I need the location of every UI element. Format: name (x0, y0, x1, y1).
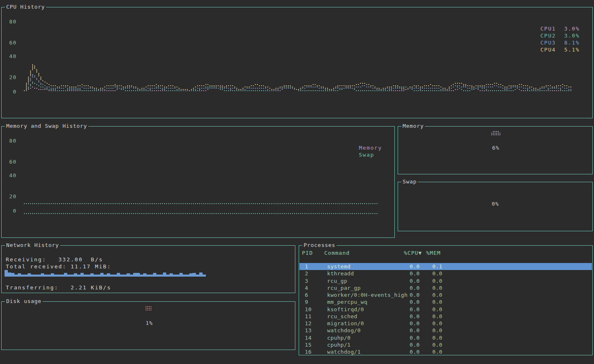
cpu-history-panel: CPU History 806040200 CPU13.0%CPU23.0%CP… (1, 7, 593, 118)
network-receiving-bar (130, 275, 133, 277)
legend-item-cpu1: CPU13.0% (540, 26, 580, 33)
table-row[interactable]: 6kworker/0:0H-events_high0.00.0 (299, 291, 592, 298)
process-mem: 0.0 (432, 278, 442, 284)
process-pid: 3 (305, 278, 308, 284)
network-receiving-bar (107, 273, 110, 277)
memory-gauge-panel: Memory 6% (398, 126, 593, 174)
y-tick-label: 0 (6, 208, 16, 214)
table-row[interactable]: 15cpuhp/10.00.0 (299, 341, 592, 348)
table-row[interactable]: 14cpuhp/00.00.0 (299, 334, 592, 341)
disk-gauge-icon (146, 306, 152, 312)
y-tick-label: 80 (6, 138, 16, 144)
network-receiving-bar (41, 273, 44, 277)
memory-swap-chart (24, 127, 378, 238)
network-receiving-bar (153, 273, 156, 277)
network-receiving-bar (74, 273, 77, 277)
table-row[interactable]: 16watchdog/10.00.0 (299, 348, 592, 355)
table-row[interactable]: 11rcu_sched0.00.0 (299, 313, 592, 320)
network-receiving-bar (156, 275, 160, 277)
y-tick-label: 60 (6, 40, 16, 46)
y-tick-label: 40 (6, 172, 16, 178)
process-mem: 0.0 (432, 292, 442, 298)
network-receiving-bar (57, 275, 61, 277)
disk-usage-title: Disk usage (5, 298, 42, 304)
network-receiving-bar (5, 270, 8, 277)
process-mem: 0.0 (432, 306, 442, 312)
legend-label: CPU1 (540, 26, 556, 32)
network-receiving-bar (133, 273, 137, 277)
network-chart (5, 270, 206, 277)
memory-swap-history-panel: Memory and Swap History 806040200 Memory… (1, 126, 395, 238)
swap-gauge-title: Swap (401, 178, 418, 185)
network-receiving-bar (38, 275, 41, 277)
process-command: watchdog/0 (327, 327, 361, 333)
y-tick-label: 0 (6, 89, 16, 95)
process-cpu: 0.0 (410, 335, 420, 341)
network-receiving-bar (8, 272, 11, 277)
table-row[interactable]: 1systemd0.00.1 (299, 263, 592, 270)
legend-item-cpu2: CPU23.0% (540, 33, 580, 40)
table-row[interactable]: 2kthreadd0.00.0 (299, 270, 592, 277)
cpu-legend: CPU13.0%CPU23.0%CPU38.1%CPU45.1% (540, 26, 580, 54)
legend-label: Memory (359, 145, 382, 151)
table-row[interactable]: 12migration/00.00.0 (299, 320, 592, 327)
table-row[interactable]: 4rcu_par_gp0.00.0 (299, 284, 592, 291)
table-row[interactable]: 10ksoftirqd/00.00.0 (299, 306, 592, 313)
process-pid: 1 (305, 263, 308, 270)
process-command: mm_percpu_wq (327, 299, 368, 305)
process-mem: 0.0 (432, 299, 442, 305)
col-header-pid[interactable]: PID (302, 250, 313, 256)
network-receiving-bar (100, 273, 104, 277)
process-cpu: 0.0 (410, 292, 420, 298)
network-receiving-bar (90, 273, 94, 277)
network-receiving-bar (24, 275, 28, 277)
table-row[interactable]: 13watchdog/00.00.0 (299, 327, 592, 334)
table-row[interactable]: 9mm_percpu_wq0.00.0 (299, 298, 592, 305)
network-receiving-bar (28, 273, 31, 277)
process-command: cpuhp/1 (327, 342, 351, 348)
process-mem: 0.0 (432, 349, 442, 355)
process-pid: 6 (305, 292, 308, 298)
network-receiving-bar (179, 273, 183, 277)
process-pid: 16 (305, 349, 311, 355)
legend-item-cpu4: CPU45.1% (540, 47, 580, 54)
network-receiving-bar (84, 275, 87, 277)
process-command: rcu_gp (327, 278, 347, 284)
network-receiving-bar (173, 275, 176, 277)
network-receiving-bar (71, 275, 74, 277)
legend-item-cpu3: CPU38.1% (540, 40, 580, 47)
network-receiving-bar (104, 275, 107, 277)
process-cpu: 0.0 (410, 285, 420, 291)
network-receiving-bar (31, 275, 34, 277)
memory-gauge-icon (491, 131, 501, 137)
process-mem: 0.0 (432, 327, 442, 333)
network-receiving-bar (61, 275, 64, 277)
process-command: rcu_sched (327, 313, 357, 319)
network-receiving-bar (44, 275, 47, 277)
process-command: ksoftirqd/0 (327, 306, 364, 312)
col-header-cpu[interactable]: %CPU▼ (404, 250, 422, 256)
process-mem: 0.0 (432, 313, 442, 319)
network-receiving-bar (176, 275, 179, 277)
network-history-title: Network History (5, 242, 60, 248)
network-receiving-bar (47, 275, 51, 277)
network-receiving-bar (170, 273, 173, 277)
process-cpu: 0.0 (410, 349, 420, 355)
table-row[interactable]: 3rcu_gp0.00.0 (299, 277, 592, 284)
network-receiving-bar (189, 273, 193, 277)
col-header-mem[interactable]: %MEM (426, 250, 441, 256)
network-receiving-bar (21, 275, 24, 277)
transferring-label: Transferring: 2.21 KiB/s (6, 284, 111, 291)
swap-percent: 0% (492, 201, 499, 207)
swap-gauge-panel: Swap 0% (398, 182, 593, 231)
network-receiving-bar (183, 275, 186, 277)
memory-percent: 6% (492, 145, 500, 151)
network-receiving-bar (146, 275, 150, 277)
network-receiving-bar (137, 273, 140, 277)
network-receiving-bar (160, 275, 163, 277)
network-receiving-bar (117, 273, 120, 277)
process-command: cpuhp/0 (327, 335, 351, 341)
col-header-command[interactable]: Command (324, 250, 350, 256)
network-receiving-bar (163, 272, 166, 277)
process-pid: 4 (305, 285, 308, 291)
